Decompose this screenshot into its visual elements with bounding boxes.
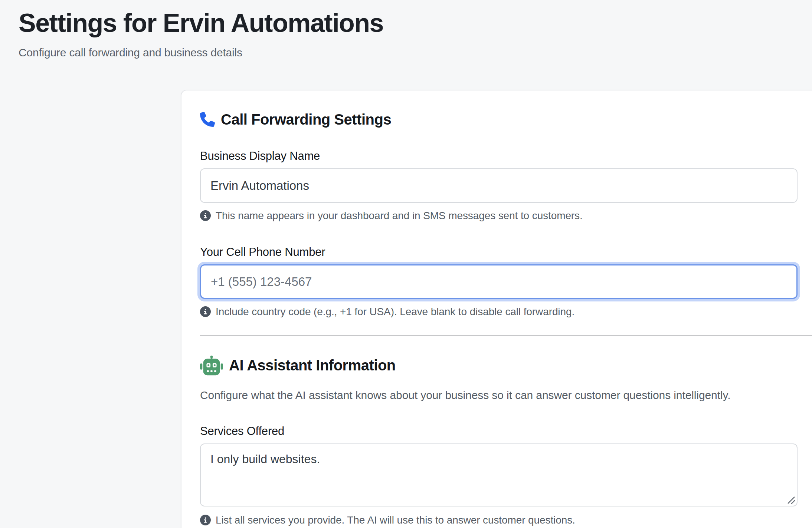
ai-assistant-description: Configure what the AI assistant knows ab… xyxy=(200,389,812,402)
robot-icon xyxy=(200,355,223,376)
services-offered-help-text: List all services you provide. The AI wi… xyxy=(216,514,575,527)
business-name-help: This name appears in your dashboard and … xyxy=(200,209,812,222)
call-forwarding-heading-label: Call Forwarding Settings xyxy=(221,110,391,128)
cell-phone-help: Include country code (e.g., +1 for USA).… xyxy=(200,306,812,318)
settings-card: Call Forwarding Settings Business Displa… xyxy=(181,90,812,528)
section-divider xyxy=(200,335,812,336)
services-offered-textarea-wrap: I only build websites. xyxy=(200,443,798,506)
phone-icon xyxy=(200,112,215,127)
cell-phone-field: Your Cell Phone Number Include country c… xyxy=(200,245,812,318)
business-name-field: Business Display Name This name appears … xyxy=(200,149,812,222)
page-header: Settings for Ervin Automations Configure… xyxy=(0,0,812,59)
info-icon xyxy=(200,306,211,317)
cell-phone-input[interactable] xyxy=(200,264,798,299)
business-name-label: Business Display Name xyxy=(200,149,812,163)
ai-assistant-section: AI Assistant Information Configure what … xyxy=(200,354,812,527)
call-forwarding-section: Call Forwarding Settings Business Displa… xyxy=(200,110,812,318)
cell-phone-help-text: Include country code (e.g., +1 for USA).… xyxy=(216,306,574,318)
cell-phone-label: Your Cell Phone Number xyxy=(200,245,812,259)
services-offered-help: List all services you provide. The AI wi… xyxy=(200,514,812,527)
info-icon xyxy=(200,210,211,221)
ai-assistant-heading: AI Assistant Information xyxy=(200,354,812,376)
page-subtitle: Configure call forwarding and business d… xyxy=(19,46,812,59)
business-name-help-text: This name appears in your dashboard and … xyxy=(216,209,583,222)
services-offered-field: Services Offered I only build websites. … xyxy=(200,424,812,527)
services-offered-label: Services Offered xyxy=(200,424,812,438)
call-forwarding-heading: Call Forwarding Settings xyxy=(200,110,812,128)
textarea-resize-handle[interactable] xyxy=(786,495,795,504)
ai-assistant-heading-label: AI Assistant Information xyxy=(229,356,396,375)
page-title: Settings for Ervin Automations xyxy=(19,8,812,38)
info-icon xyxy=(200,515,211,525)
business-name-input[interactable] xyxy=(200,168,798,203)
services-offered-textarea[interactable]: I only build websites. xyxy=(200,443,798,506)
